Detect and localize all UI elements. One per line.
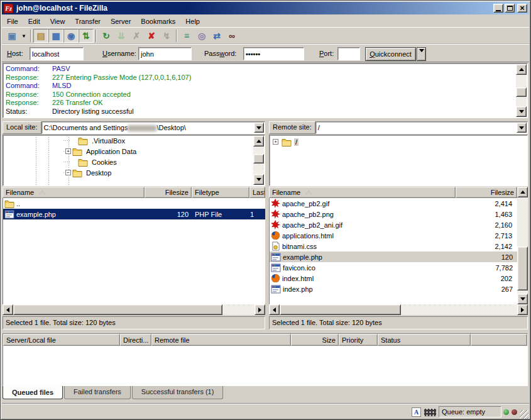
column-header-status[interactable]: Status xyxy=(378,334,471,346)
queue-body xyxy=(3,346,527,385)
site-manager-dropdown[interactable]: ▼ xyxy=(19,29,28,43)
menu-server[interactable]: Server xyxy=(106,16,136,26)
scroll-up-button[interactable] xyxy=(516,64,527,75)
find-files-button[interactable]: ∞ xyxy=(224,29,239,43)
scroll-left-button[interactable] xyxy=(269,304,280,315)
remote-vscrollbar[interactable] xyxy=(517,187,528,304)
quickconnect-dropdown[interactable] xyxy=(417,47,426,61)
host-input[interactable] xyxy=(30,47,84,60)
file-row[interactable]: apache_pb2.gif 2,414 xyxy=(270,198,517,209)
scroll-up-button[interactable] xyxy=(253,136,264,146)
file-row[interactable]: apache_pb2_ani.gif 2,160 xyxy=(270,219,517,230)
remote-site-combo[interactable]: / xyxy=(315,121,528,134)
file-row-example-php[interactable]: example.php 120 xyxy=(270,251,517,262)
local-site-label: Local site: xyxy=(3,121,41,134)
expand-icon[interactable]: + xyxy=(273,139,278,145)
scroll-right-button[interactable] xyxy=(255,304,265,315)
file-row[interactable]: index.html 202 xyxy=(270,273,517,284)
toolbar-separator xyxy=(176,30,177,42)
file-row[interactable]: bitnami.css 2,142 xyxy=(270,241,517,251)
toggle-local-tree-button[interactable]: ▦ xyxy=(48,29,63,43)
directory-comparison-button[interactable]: ◎ xyxy=(194,29,209,43)
speed-limits-icon[interactable] xyxy=(424,409,436,416)
menu-help[interactable]: Help xyxy=(180,16,205,26)
column-header-filesize[interactable]: Filesize xyxy=(456,187,517,198)
menu-edit[interactable]: Edit xyxy=(23,16,45,26)
file-row-example-php[interactable]: example.php 120 PHP File 1 xyxy=(3,209,265,219)
log-scrollbar[interactable] xyxy=(516,64,527,117)
column-header-size[interactable]: Size xyxy=(291,334,339,346)
file-row[interactable]: apache_pb2.png 1,463 xyxy=(270,209,517,219)
password-input[interactable] xyxy=(243,47,304,60)
file-row[interactable]: applications.html 2,713 xyxy=(270,230,517,241)
scroll-thumb[interactable] xyxy=(280,304,401,315)
tree-item-application-data[interactable]: + Application Data xyxy=(63,146,265,157)
tree-item-cookies[interactable]: Cookies xyxy=(63,157,265,167)
tab-failed-transfers[interactable]: Failed transfers xyxy=(64,386,131,399)
scroll-right-button[interactable] xyxy=(517,304,528,315)
remote-site-dropdown[interactable] xyxy=(517,123,527,133)
file-row-parent-dir[interactable]: .. xyxy=(3,198,265,209)
scroll-down-button[interactable] xyxy=(516,106,527,117)
reconnect-button[interactable]: ↯ xyxy=(159,29,174,43)
process-queue-button[interactable]: ⇊ xyxy=(114,29,129,43)
expand-icon[interactable]: + xyxy=(65,148,71,154)
column-header-server-local-file[interactable]: Server/Local file xyxy=(3,334,120,346)
scroll-down-button[interactable] xyxy=(517,294,528,304)
disconnect-button[interactable]: ✘ xyxy=(144,29,159,43)
quickconnect-button[interactable]: Quickconnect xyxy=(365,47,416,61)
scroll-down-button[interactable] xyxy=(253,174,264,185)
synchronized-browsing-button[interactable]: ⇄ xyxy=(209,29,224,43)
toggle-queue-button[interactable]: ⇅ xyxy=(79,29,94,43)
file-row[interactable]: index.php 267 xyxy=(270,284,517,294)
port-input[interactable] xyxy=(337,47,360,60)
log-line: Response:227 Entering Passive Mode (127,… xyxy=(6,74,513,82)
toggle-message-log-button[interactable]: ▤ xyxy=(33,29,48,43)
menu-bookmarks[interactable]: Bookmarks xyxy=(136,16,180,26)
folder-icon xyxy=(282,138,292,146)
scroll-thumb[interactable] xyxy=(253,154,264,163)
menu-view[interactable]: View xyxy=(45,16,70,26)
maximize-button[interactable] xyxy=(505,4,515,13)
column-header-remote-file[interactable]: Remote file xyxy=(151,334,291,346)
tab-successful-transfers[interactable]: Successful transfers (1) xyxy=(132,386,224,399)
site-manager-button[interactable]: ▣ xyxy=(4,29,19,43)
log-line: Status:Directory listing successful xyxy=(6,108,513,116)
column-header-filesize[interactable]: Filesize xyxy=(145,187,192,198)
username-input[interactable] xyxy=(138,47,192,60)
column-header-filename[interactable]: Filename xyxy=(3,187,145,198)
toggle-remote-tree-button[interactable]: ◉ xyxy=(63,29,79,43)
menu-file[interactable]: File xyxy=(2,16,23,26)
apache-feather-icon xyxy=(271,199,280,208)
close-button[interactable] xyxy=(517,4,527,13)
file-row[interactable]: favicon.ico 7,782 xyxy=(270,262,517,273)
titlebar: Fz john@localhost - FileZilla xyxy=(2,2,529,14)
column-header-direction[interactable]: Directi... xyxy=(120,334,151,346)
cancel-operation-button[interactable]: ✗ xyxy=(129,29,144,43)
column-header-filename[interactable]: Filename xyxy=(269,187,456,198)
tab-queued-files[interactable]: Queued files xyxy=(3,386,63,399)
refresh-button[interactable]: ↻ xyxy=(99,29,114,43)
resize-grip[interactable] xyxy=(520,410,528,419)
scroll-thumb[interactable] xyxy=(517,246,528,290)
column-header-filetype[interactable]: Filetype xyxy=(192,187,249,198)
menu-transfer[interactable]: Transfer xyxy=(70,16,106,26)
scroll-thumb[interactable] xyxy=(516,87,527,97)
local-tree-scrollbar[interactable] xyxy=(253,136,264,185)
column-header-priority[interactable]: Priority xyxy=(339,334,378,346)
filter-button[interactable]: ≡ xyxy=(179,29,194,43)
scroll-up-button[interactable] xyxy=(517,187,528,197)
transfer-type-ascii-icon[interactable]: A xyxy=(412,407,421,417)
minimize-button[interactable] xyxy=(493,4,503,13)
tree-item-root[interactable]: + / xyxy=(273,136,527,147)
tree-item-desktop[interactable]: − Desktop xyxy=(63,167,265,178)
tree-item-virtualbox[interactable]: .VirtualBox xyxy=(63,135,265,146)
collapse-icon[interactable]: − xyxy=(65,170,71,175)
remote-hscrollbar[interactable] xyxy=(269,304,528,315)
local-hscrollbar[interactable] xyxy=(3,304,265,315)
local-site-dropdown[interactable] xyxy=(254,123,264,133)
local-site-combo[interactable]: C:\Documents and Settings\Desktop\ xyxy=(41,121,265,134)
column-header-last-modified[interactable]: Last modified xyxy=(249,187,265,198)
scroll-left-button[interactable] xyxy=(3,304,13,315)
scroll-thumb[interactable] xyxy=(13,304,222,315)
